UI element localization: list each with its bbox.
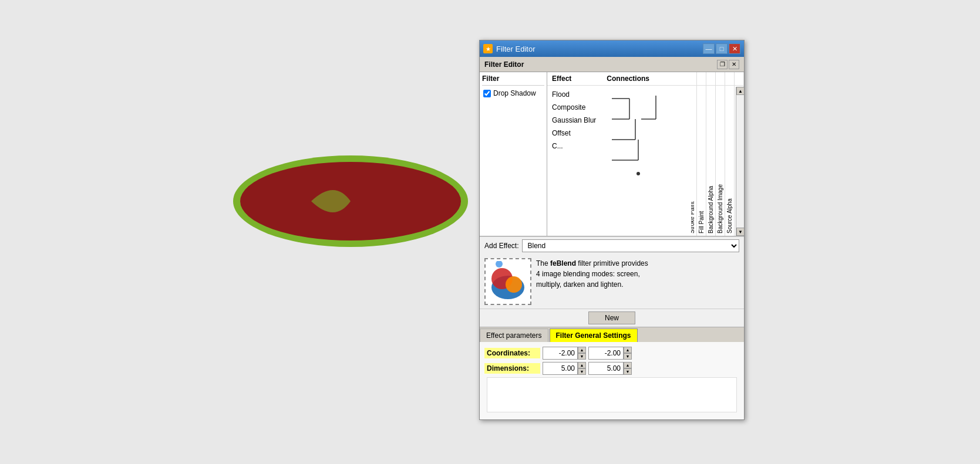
dimensions-h-spinner: ▲ ▼ (624, 362, 632, 375)
coordinates-x-spinner: ▲ ▼ (578, 347, 586, 360)
tab-effect-parameters[interactable]: Effect parameters (480, 328, 548, 342)
bean-shape (229, 150, 473, 252)
new-btn-row: New (480, 309, 744, 327)
app-icon: ★ (483, 44, 493, 53)
panel-controls: ❐ ✕ (717, 60, 739, 69)
coordinates-x-group: ▲ ▼ (543, 347, 586, 360)
add-effect-select[interactable]: Blend Composite Flood Gaussian Blur Offs… (522, 239, 739, 252)
coordinates-x-down[interactable]: ▼ (578, 353, 586, 360)
preview-desc-row: The feBlend filter primitive provides 4 … (480, 255, 744, 309)
effect-flood[interactable]: Flood (552, 88, 685, 101)
svg-point-14 (506, 276, 522, 293)
panel-close-button[interactable]: ✕ (729, 60, 739, 69)
tabs-row: Effect parameters Filter General Setting… (480, 327, 744, 342)
filter-item-label: Drop Shadow (493, 89, 536, 97)
svg-point-11 (637, 172, 640, 175)
panel-restore-button[interactable]: ❐ (717, 60, 728, 69)
window-titlebar: ★ Filter Editor — □ ✕ (480, 40, 744, 57)
add-effect-label: Add Effect: (484, 242, 518, 250)
dimensions-h-group: ▲ ▼ (588, 362, 632, 375)
tab-content-filter-general: Coordinates: ▲ ▼ ▲ ▼ (480, 342, 744, 419)
dimensions-h-input[interactable] (588, 362, 624, 375)
col-header-stroke-paint: Stroke Paint (691, 72, 697, 236)
dimensions-w-down[interactable]: ▼ (578, 368, 586, 375)
panel-header: Filter Editor ❐ ✕ (480, 57, 744, 72)
effect-header-label: Effect (552, 74, 571, 83)
coordinates-y-input[interactable] (588, 347, 624, 360)
dimensions-w-group: ▲ ▼ (543, 362, 586, 375)
minimize-button[interactable]: — (703, 43, 715, 54)
new-button[interactable]: New (588, 311, 635, 324)
dimensions-h-up[interactable]: ▲ (624, 362, 632, 368)
filter-editor-window: ★ Filter Editor — □ ✕ Filter Editor ❐ ✕ (479, 40, 745, 420)
coordinates-row: Coordinates: ▲ ▼ ▲ ▼ (484, 347, 739, 360)
coordinates-x-up[interactable]: ▲ (578, 347, 586, 353)
maximize-button[interactable]: □ (716, 43, 728, 54)
coordinates-label: Coordinates: (484, 348, 540, 358)
filter-item-dropshadow[interactable]: Drop Shadow (482, 88, 544, 99)
filter-list: Filter Drop Shadow (480, 72, 547, 236)
col-header-bg-image: Background Image (716, 72, 725, 236)
add-effect-row: Add Effect: Blend Composite Flood Gaussi… (480, 236, 744, 255)
coordinates-y-group: ▲ ▼ (588, 347, 632, 360)
col-header-fill-paint: Fill Paint (697, 72, 706, 236)
col-header-source-alpha: Source Alpha (725, 72, 735, 236)
canvas-area: ★ Filter Editor — □ ✕ Filter Editor ❐ ✕ (0, 0, 980, 464)
panel-body: Filter Drop Shadow Effect Connections St… (480, 72, 744, 419)
effect-composite[interactable]: Composite (552, 101, 685, 114)
connections-header-label: Connections (607, 74, 649, 83)
col-header-bg-alpha: Background Alpha (706, 72, 716, 236)
effect-offset[interactable]: Offset (552, 127, 685, 140)
filter-checkbox-dropshadow[interactable] (483, 90, 491, 97)
blend-description: The feBlend filter primitive provides 4 … (536, 258, 648, 305)
coordinates-x-input[interactable] (543, 347, 578, 360)
effect-c[interactable]: C... (552, 140, 685, 153)
filter-effect-area: Filter Drop Shadow Effect Connections St… (480, 72, 744, 236)
svg-point-15 (496, 261, 503, 267)
window-title: Filter Editor (496, 45, 535, 53)
filter-list-header: Filter (482, 74, 544, 86)
dimensions-row: Dimensions: ▲ ▼ ▲ ▼ (484, 362, 739, 375)
coordinates-y-spinner: ▲ ▼ (624, 347, 632, 360)
dimensions-w-input[interactable] (543, 362, 578, 375)
window-controls: — □ ✕ (703, 43, 740, 54)
settings-empty-area (487, 377, 737, 412)
blend-preview (484, 258, 531, 305)
tab-filter-general-settings[interactable]: Filter General Settings (550, 328, 638, 342)
dimensions-h-down[interactable]: ▼ (624, 368, 632, 375)
scrollbar: ▲ ▼ (736, 87, 744, 236)
effect-connections: Effect Connections Stroke Paint Fill Pai… (547, 72, 744, 236)
title-left: ★ Filter Editor (483, 44, 535, 53)
coordinates-y-down[interactable]: ▼ (624, 353, 632, 360)
scroll-track (736, 95, 744, 228)
panel-title: Filter Editor (484, 60, 524, 69)
coordinates-y-up[interactable]: ▲ (624, 347, 632, 353)
scroll-down-button[interactable]: ▼ (736, 228, 744, 236)
window-close-button[interactable]: ✕ (729, 43, 740, 54)
scroll-up-button[interactable]: ▲ (736, 87, 744, 95)
fe-blend-bold: feBlend (550, 259, 576, 267)
dimensions-w-spinner: ▲ ▼ (578, 362, 586, 375)
effect-gaussian-blur[interactable]: Gaussian Blur (552, 114, 685, 127)
dimensions-w-up[interactable]: ▲ (578, 362, 586, 368)
dimensions-label: Dimensions: (484, 363, 540, 374)
